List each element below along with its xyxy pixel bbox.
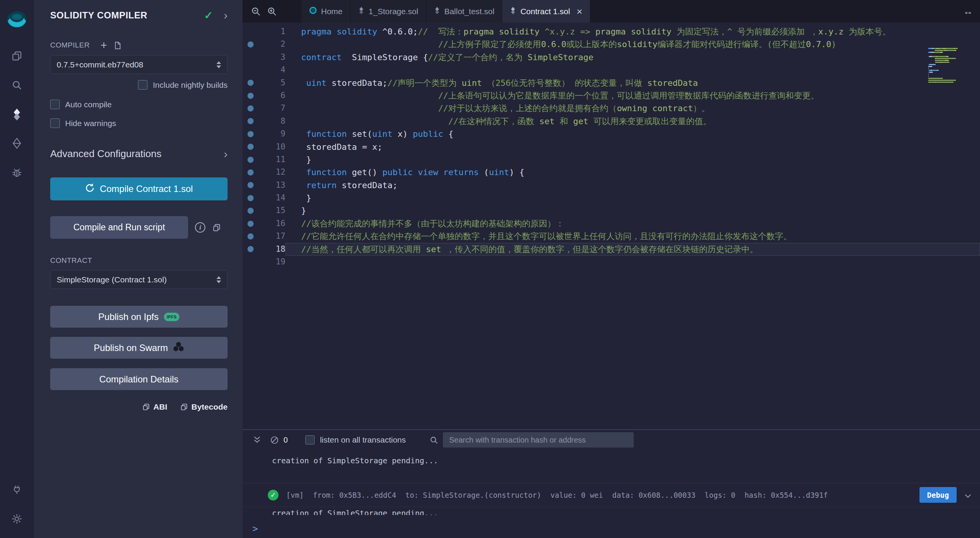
- breakpoint-slot[interactable]: [243, 25, 259, 38]
- include-nightly-checkbox[interactable]: [138, 80, 147, 90]
- code-text: contract SimpleStorage {//定义了一个合约，名为 Sim…: [285, 51, 980, 64]
- publish-ipfs-button[interactable]: Publish on Ipfs IPFS: [50, 306, 228, 328]
- code-line[interactable]: 6 //上条语句可以认为它是数据库里的一个位置，可以通过调用管理数据库代码的函数…: [243, 89, 980, 102]
- advanced-configurations-toggle[interactable]: Advanced Configurations ›: [50, 148, 228, 160]
- breakpoint-dot[interactable]: [243, 166, 259, 179]
- file-explorer-icon[interactable]: [0, 41, 34, 71]
- code-line[interactable]: 10 storedData = x;: [243, 141, 980, 153]
- deploy-run-icon[interactable]: [0, 129, 34, 158]
- chevron-right-icon[interactable]: ›: [224, 10, 228, 21]
- code-line[interactable]: 19: [243, 256, 980, 268]
- breakpoint-dot[interactable]: [243, 204, 259, 217]
- copy-abi-button[interactable]: ABI: [142, 402, 167, 412]
- open-compiler-doc-icon[interactable]: [113, 41, 121, 49]
- terminal-search-input[interactable]: [443, 432, 634, 448]
- copy-icon[interactable]: [212, 223, 221, 232]
- code-text: }: [285, 192, 980, 204]
- breakpoint-slot[interactable]: [243, 64, 259, 76]
- terminal-prompt[interactable]: >: [243, 520, 980, 538]
- breakpoint-dot[interactable]: [243, 141, 259, 153]
- copy-bytecode-button[interactable]: Bytecode: [180, 402, 228, 412]
- breakpoint-dot[interactable]: [243, 230, 259, 243]
- breakpoint-dot[interactable]: [243, 102, 259, 115]
- compilation-details-button[interactable]: Compilation Details: [50, 368, 228, 390]
- zoom-in-icon[interactable]: [267, 7, 277, 16]
- code-line[interactable]: 14 }: [243, 192, 980, 204]
- remix-logo[interactable]: [7, 6, 27, 33]
- clear-console-icon[interactable]: [270, 436, 279, 445]
- code-line[interactable]: 5 uint storedData;//声明一个类型为 uint （256位无符…: [243, 77, 980, 89]
- code-line[interactable]: 3contract SimpleStorage {//定义了一个合约，名为 Si…: [243, 51, 980, 64]
- code-line[interactable]: 15}: [243, 204, 980, 217]
- tab-1-storage-sol[interactable]: 1_Storage.sol: [351, 0, 426, 23]
- hide-warnings-checkbox[interactable]: [50, 118, 60, 128]
- code-editor[interactable]: 1pragma solidity ^0.6.0;// 写法：pragma sol…: [243, 23, 980, 429]
- terminal-toolbar: 0 listen on all transactions: [243, 430, 980, 450]
- breakpoint-dot[interactable]: [243, 243, 259, 256]
- code-line[interactable]: 2 //上方例子限定了必须使用0.6.0或以上版本的solidity编译器才能对…: [243, 38, 980, 51]
- auto-compile-row[interactable]: Auto compile: [50, 100, 228, 109]
- compile-run-row: Compile and Run script i: [50, 216, 228, 239]
- code-line[interactable]: 18//当然，任何人都可以再次调用 set ，传入不同的值，覆盖你的数字，但是这…: [243, 243, 980, 256]
- plugin-manager-icon[interactable]: [0, 475, 34, 504]
- compile-and-run-button[interactable]: Compile and Run script: [50, 216, 188, 239]
- tx-field: value: 0 wei: [551, 491, 603, 499]
- minimap[interactable]: [928, 48, 970, 86]
- code-line[interactable]: 13 return storedData;: [243, 179, 980, 192]
- tx-field: to: SimpleStorage.(constructor): [405, 491, 541, 499]
- compile-button[interactable]: Compile Contract 1.sol: [50, 177, 228, 200]
- tab-ballot-test-sol[interactable]: Ballot_test.sol: [426, 0, 503, 23]
- breakpoint-slot[interactable]: [243, 51, 259, 64]
- hide-warnings-row[interactable]: Hide warnings: [50, 118, 228, 128]
- code-line[interactable]: 1pragma solidity ^0.6.0;// 写法：pragma sol…: [243, 25, 980, 38]
- line-number: 11: [259, 153, 285, 166]
- breakpoint-dot[interactable]: [243, 192, 259, 204]
- debugger-icon[interactable]: [0, 158, 34, 187]
- breakpoint-slot[interactable]: [243, 256, 259, 268]
- code-text: pragma solidity ^0.6.0;// 写法：pragma soli…: [285, 25, 980, 38]
- search-icon[interactable]: [0, 71, 34, 100]
- code-line[interactable]: 16//该合约能完成的事情并不多（由于以太坊构建的基础架构的原因）：: [243, 217, 980, 230]
- publish-swarm-button[interactable]: Publish on Swarm: [50, 337, 228, 359]
- abi-bytecode-row: ABI Bytecode: [50, 402, 228, 412]
- code-line[interactable]: 7 //对于以太坊来说，上述的合约就是拥有合约（owning contract）…: [243, 102, 980, 115]
- transaction-row[interactable]: ✓ [vm]from: 0x5B3...eddC4to: SimpleStora…: [243, 483, 980, 507]
- debug-button[interactable]: Debug: [919, 487, 957, 503]
- code-line[interactable]: 9 function set(uint x) public {: [243, 128, 980, 140]
- breakpoint-dot[interactable]: [243, 217, 259, 230]
- code-line[interactable]: 8 //在这种情况下，函数 set 和 get 可以用来变更或取出变量的值。: [243, 115, 980, 128]
- solidity-compiler-icon[interactable]: [0, 100, 34, 129]
- terminal-logs[interactable]: creation of SimpleStorage pending... ✓ […: [243, 450, 980, 520]
- breakpoint-dot[interactable]: [243, 38, 259, 51]
- zoom-out-icon[interactable]: [251, 7, 261, 16]
- breakpoint-dot[interactable]: [243, 115, 259, 128]
- tab-contract-1-sol[interactable]: Contract 1.sol ×: [502, 0, 590, 23]
- expand-terminal-icon[interactable]: [252, 435, 262, 445]
- code-line[interactable]: 17//它能允许任何人在合约中存储一个单独的数字，并且这个数字可以被世界上任何人…: [243, 230, 980, 243]
- breakpoint-dot[interactable]: [243, 179, 259, 192]
- breakpoint-dot[interactable]: [243, 77, 259, 89]
- settings-icon[interactable]: [0, 504, 34, 533]
- listen-transactions-checkbox[interactable]: [305, 435, 315, 445]
- breakpoint-dot[interactable]: [243, 153, 259, 166]
- breakpoint-dot[interactable]: [243, 128, 259, 140]
- include-nightly-row[interactable]: Include nightly builds: [50, 80, 228, 90]
- code-text: storedData = x;: [285, 141, 980, 153]
- compiler-version-select[interactable]: 0.7.5+commit.eb77ed08: [50, 55, 228, 74]
- code-text: function set(uint x) public {: [285, 128, 980, 140]
- contract-select[interactable]: SimpleStorage (Contract 1.sol): [50, 270, 228, 289]
- tab-home[interactable]: Home: [302, 0, 351, 23]
- line-number: 9: [259, 128, 285, 140]
- add-custom-compiler-icon[interactable]: +: [100, 39, 107, 51]
- close-tab-icon[interactable]: ×: [577, 7, 582, 16]
- info-icon[interactable]: i: [195, 222, 205, 233]
- expand-transaction-icon[interactable]: [966, 491, 970, 499]
- code-line[interactable]: 4: [243, 64, 980, 76]
- swap-panel-icon[interactable]: ↔: [956, 5, 980, 17]
- compiler-section-label: COMPILER: [50, 41, 90, 49]
- breakpoint-dot[interactable]: [243, 89, 259, 102]
- auto-compile-checkbox[interactable]: [50, 100, 60, 109]
- code-line[interactable]: 12 function get() public view returns (u…: [243, 166, 980, 179]
- code-line[interactable]: 11 }: [243, 153, 980, 166]
- contract-select-value: SimpleStorage (Contract 1.sol): [57, 275, 216, 284]
